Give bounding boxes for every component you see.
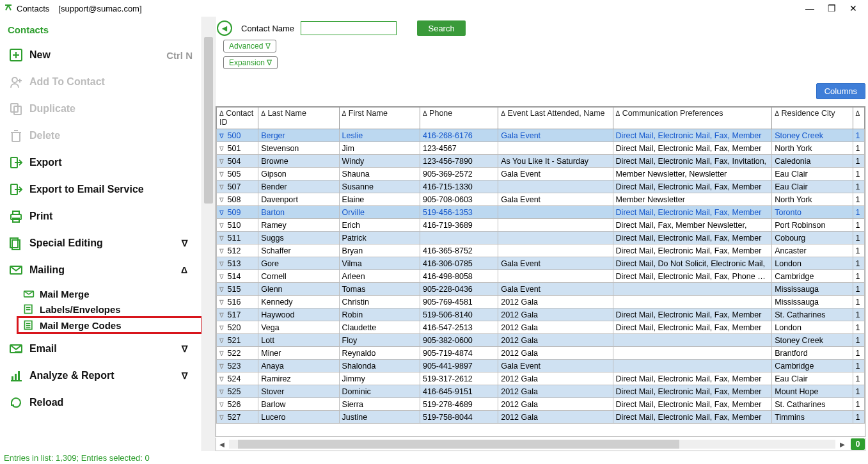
table-cell[interactable]: 1 — [853, 244, 864, 257]
table-cell[interactable]: 2012 Gala — [498, 321, 613, 334]
table-cell[interactable]: Direct Mail, Electronic Mail, Fax, Membe… — [613, 244, 772, 257]
table-cell[interactable]: Cambridge — [772, 360, 853, 372]
table-cell[interactable]: Gipson — [258, 168, 339, 180]
table-cell[interactable]: London — [772, 321, 853, 334]
table-cell[interactable]: Gala Event — [498, 360, 613, 372]
table-cell[interactable] — [613, 360, 772, 372]
table-row[interactable]: ∇ 526BarlowSierra519-278-46892012 GalaDi… — [217, 398, 865, 411]
table-cell[interactable]: ∇ 526 — [217, 398, 258, 411]
table-cell[interactable]: Stoney Creek — [772, 334, 853, 347]
table-cell[interactable]: London — [772, 257, 853, 270]
table-cell[interactable]: Eau Clair — [772, 372, 853, 385]
table-cell[interactable]: Barlow — [258, 398, 339, 411]
table-cell[interactable]: ∇ 514 — [217, 270, 258, 283]
table-cell[interactable]: 1 — [853, 321, 864, 334]
table-cell[interactable]: Gore — [258, 257, 339, 270]
table-cell[interactable]: 416-306-0785 — [420, 257, 498, 270]
table-cell[interactable]: Gala Event — [498, 193, 613, 206]
table-row[interactable]: ∇ 513GoreVilma416-306-0785Gala EventDire… — [217, 257, 865, 270]
table-cell[interactable]: Bryan — [339, 244, 420, 257]
table-cell[interactable] — [498, 219, 613, 232]
scroll-right-icon[interactable]: ► — [837, 440, 848, 449]
table-cell[interactable]: ∇ 523 — [217, 360, 258, 372]
table-cell[interactable]: Gala Event — [498, 129, 613, 142]
table-cell[interactable]: 1 — [853, 308, 864, 321]
table-cell[interactable]: Direct Mail, Electronic Mail, Fax, Membe… — [613, 180, 772, 193]
table-cell[interactable]: Direct Mail, Electronic Mail, Fax, Phone… — [613, 270, 772, 283]
table-cell[interactable]: Eau Clair — [772, 168, 853, 180]
table-cell[interactable] — [498, 142, 613, 155]
table-row[interactable]: ∇ 504BrowneWindy123-456-7890As You Like … — [217, 155, 865, 168]
table-cell[interactable]: 2012 Gala — [498, 385, 613, 398]
table-cell[interactable]: Floy — [339, 334, 420, 347]
table-cell[interactable]: Suggs — [258, 232, 339, 244]
table-cell[interactable]: 905-369-2572 — [420, 168, 498, 180]
table-cell[interactable]: Member Newsletter — [613, 193, 772, 206]
table-cell[interactable]: Vilma — [339, 257, 420, 270]
expansion-toggle[interactable]: Expansion ∇ — [223, 56, 278, 69]
table-cell[interactable]: 1 — [853, 155, 864, 168]
table-cell[interactable]: ∇ 525 — [217, 385, 258, 398]
table-cell[interactable]: ∇ 517 — [217, 308, 258, 321]
table-cell[interactable]: Barton — [258, 206, 339, 219]
table-cell[interactable]: Elaine — [339, 193, 420, 206]
table-cell[interactable]: Haywood — [258, 308, 339, 321]
table-cell[interactable]: 1 — [853, 232, 864, 244]
table-cell[interactable]: 416-719-3689 — [420, 219, 498, 232]
col-first-name[interactable]: Δ First Name — [339, 108, 420, 129]
selection-count-badge[interactable]: 0 — [851, 438, 865, 450]
table-cell[interactable]: Glenn — [258, 283, 339, 296]
table-cell[interactable]: Windy — [339, 155, 420, 168]
table-cell[interactable]: Direct Mail, Electronic Mail, Fax, Membe… — [613, 398, 772, 411]
table-cell[interactable]: Direct Mail, Fax, Member Newsletter, — [613, 219, 772, 232]
table-cell[interactable]: 519-456-1353 — [420, 206, 498, 219]
table-cell[interactable]: ∇ 522 — [217, 347, 258, 360]
table-cell[interactable]: Shalonda — [339, 360, 420, 372]
table-row[interactable]: ∇ 511SuggsPatrickDirect Mail, Electronic… — [217, 232, 865, 244]
table-cell[interactable]: 1 — [853, 219, 864, 232]
table-cell[interactable]: Patrick — [339, 232, 420, 244]
table-cell[interactable]: 905-228-0436 — [420, 283, 498, 296]
export-email-button[interactable]: Export to Email Service — [8, 179, 201, 200]
table-cell[interactable] — [498, 180, 613, 193]
scroll-thumb[interactable] — [238, 440, 679, 449]
scroll-thumb[interactable] — [204, 37, 213, 204]
table-cell[interactable]: Cambridge — [772, 270, 853, 283]
table-cell[interactable]: ∇ 509 — [217, 206, 258, 219]
table-cell[interactable]: Stevenson — [258, 142, 339, 155]
table-cell[interactable]: 416-645-9151 — [420, 385, 498, 398]
close-button[interactable]: ✕ — [842, 3, 864, 13]
table-cell[interactable]: Direct Mail, Do Not Solicit, Electronic … — [613, 257, 772, 270]
table-cell[interactable]: Mississauga — [772, 296, 853, 308]
print-button[interactable]: Print — [8, 205, 201, 227]
table-cell[interactable] — [498, 244, 613, 257]
table-cell[interactable]: Direct Mail, Electronic Mail, Fax, Membe… — [613, 385, 772, 398]
table-cell[interactable]: Kennedy — [258, 296, 339, 308]
table-cell[interactable]: ∇ 527 — [217, 411, 258, 424]
scroll-track[interactable] — [229, 440, 835, 449]
table-cell[interactable]: 1 — [853, 334, 864, 347]
sidebar-splitter[interactable] — [201, 17, 216, 451]
table-cell[interactable]: Stoney Creek — [772, 129, 853, 142]
table-row[interactable]: ∇ 521LottFloy905-382-06002012 GalaStoney… — [217, 334, 865, 347]
table-cell[interactable]: Direct Mail, Electronic Mail, Fax, Membe… — [613, 232, 772, 244]
table-cell[interactable]: Direct Mail, Electronic Mail, Fax, Invit… — [613, 155, 772, 168]
labels-envelopes-button[interactable]: Labels/Envelopes — [22, 301, 201, 317]
export-button[interactable]: Export — [8, 152, 201, 173]
table-cell[interactable]: Shauna — [339, 168, 420, 180]
new-button[interactable]: New Ctrl N — [8, 44, 201, 66]
mailing-button[interactable]: Mailing Δ — [8, 259, 201, 281]
table-cell[interactable]: ∇ 516 — [217, 296, 258, 308]
table-cell[interactable]: Dominic — [339, 385, 420, 398]
table-cell[interactable]: 2012 Gala — [498, 411, 613, 424]
table-cell[interactable]: Direct Mail, Electronic Mail, Fax, Membe… — [613, 411, 772, 424]
col-event[interactable]: Δ Event Last Attended, Name — [498, 108, 613, 129]
table-cell[interactable]: 1 — [853, 398, 864, 411]
columns-button[interactable]: Columns — [816, 83, 865, 99]
col-city[interactable]: Δ Residence City — [772, 108, 853, 129]
table-cell[interactable]: 1 — [853, 385, 864, 398]
table-cell[interactable] — [613, 296, 772, 308]
table-cell[interactable]: 519-278-4689 — [420, 398, 498, 411]
table-cell[interactable]: Toronto — [772, 206, 853, 219]
table-cell[interactable]: 519-317-2612 — [420, 372, 498, 385]
